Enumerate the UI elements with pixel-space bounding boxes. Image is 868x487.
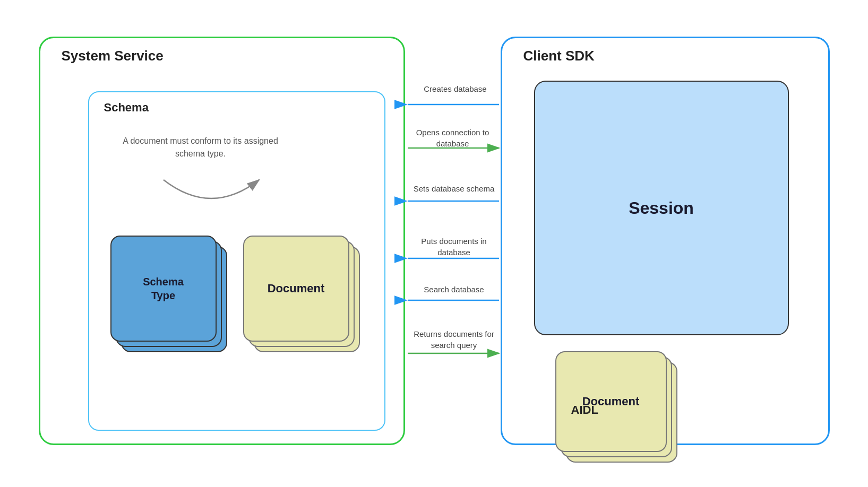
arrow-label-returns-documents: Returns documents forsearch query [402,328,506,351]
system-service-label: System Service [62,48,164,64]
document-card-front: Document [243,236,349,342]
system-service-box: System Service Schema A document must co… [39,37,405,445]
schema-type-stack: SchemaType [110,236,227,363]
session-label: Session [629,198,694,218]
schema-description: A document must conform to its assigned … [121,135,280,160]
client-document-front: Document [555,351,667,452]
client-sdk-label: Client SDK [523,48,595,64]
arrow-label-search-database: Search database [410,285,498,294]
arrow-label-sets-schema: Sets database schema [408,184,501,193]
arrow-label-puts-documents: Puts documents indatabase [405,236,503,258]
schema-label: Schema [104,101,149,115]
session-card: Session [534,81,789,335]
document-stack: Document [243,236,371,363]
schema-box: Schema A document must conform to its as… [88,91,385,431]
schema-curve-arrow-svg [121,175,302,222]
arrow-label-opens-connection: Opens connection todatabase [405,127,501,149]
client-sdk-box: Client SDK Session Document AIDL [501,37,830,445]
schema-type-card-front: SchemaType [110,236,217,342]
aidl-label: AIDL [571,403,598,417]
arrow-label-creates-database: Creates database [410,84,501,93]
diagram-container: System Service Schema A document must co… [23,21,846,466]
